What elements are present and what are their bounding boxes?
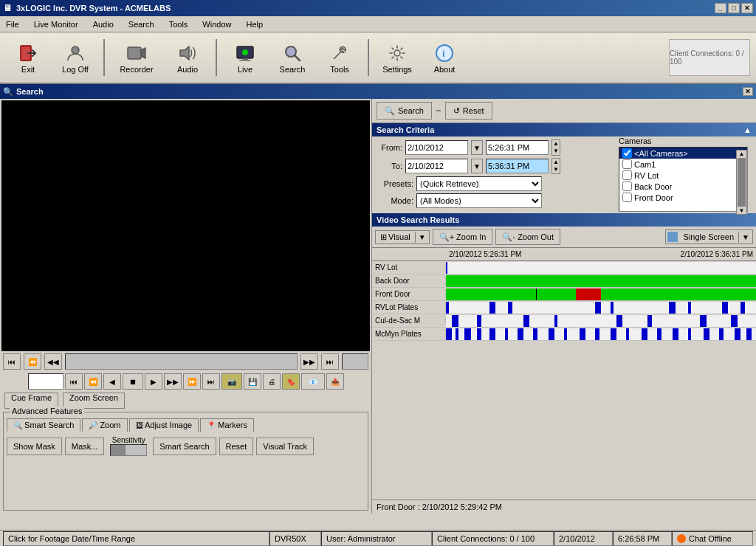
pb-email[interactable]: 📧 [301, 373, 325, 390]
row-track-frontdoor[interactable] [446, 288, 756, 300]
tools-button[interactable]: Tools [317, 35, 362, 80]
live-button[interactable]: Live [223, 35, 267, 80]
pb-snapshot[interactable]: 📷 [221, 373, 242, 390]
tab-adjust-image[interactable]: 🖼 Adjust Image [129, 418, 199, 432]
reset-search-button[interactable]: ↺ Reset [445, 102, 492, 120]
to-time-input[interactable] [486, 159, 549, 173]
row-track-backdoor[interactable] [446, 275, 756, 287]
presets-select[interactable]: (Quick Retrieve) [416, 176, 542, 191]
skip-end-button[interactable]: ⏭ [321, 353, 339, 370]
show-mask-button[interactable]: Show Mask [7, 438, 62, 455]
pb-export[interactable]: 📤 [326, 373, 344, 390]
pb-bookmark[interactable]: 🔖 [282, 373, 300, 390]
mask-button[interactable]: Mask... [65, 438, 104, 455]
pb-rewind-fast[interactable]: ⏪ [84, 373, 102, 390]
fast-forward-button[interactable]: ▶▶ [300, 353, 318, 370]
zoom-out-button[interactable]: 🔍- Zoom Out [495, 229, 560, 245]
footage-panel[interactable]: Click for Footage Date/Time Range [3, 531, 269, 546]
row-track-rvlot[interactable] [446, 262, 756, 274]
camera-checkbox-rvlot[interactable] [622, 170, 632, 180]
smart-search-button[interactable]: Smart Search [153, 438, 216, 455]
camera-item-rvlot[interactable]: RV Lot [619, 170, 747, 181]
timeline-row-rvlot[interactable]: RV Lot [372, 261, 756, 274]
camera-item-frontdoor[interactable]: Front Door [619, 192, 747, 203]
pb-print[interactable]: 🖨 [263, 373, 281, 390]
mode-select[interactable]: (All Modes) [416, 193, 542, 208]
camera-checkbox-cam1[interactable] [622, 159, 632, 169]
logoff-button[interactable]: Log Off [53, 35, 97, 80]
pb-skip-start[interactable]: ⏮ [65, 373, 83, 390]
pb-save[interactable]: 💾 [244, 373, 261, 390]
view-dropdown[interactable]: ▼ [415, 232, 429, 243]
about-button[interactable]: i About [422, 35, 467, 80]
playback-slider-right[interactable] [342, 353, 368, 370]
row-track-mcmyn[interactable] [446, 328, 756, 340]
pb-ff-fast[interactable]: ⏩ [183, 373, 201, 390]
playback-slider-left[interactable] [65, 353, 298, 370]
to-date-input[interactable] [405, 159, 468, 173]
pb-rewind[interactable]: ◀ [103, 373, 121, 390]
skip-start-button[interactable]: ⏮ [3, 353, 21, 370]
camera-scrollbar[interactable]: ▲ ▼ [736, 150, 747, 215]
scrollbar-down[interactable]: ▼ [739, 207, 745, 214]
screen-dropdown[interactable]: ▼ [738, 232, 752, 243]
pb-play[interactable]: ▶ [145, 373, 162, 390]
menu-live-monitor[interactable]: Live Monitor [31, 18, 81, 30]
tab-markers[interactable]: 📍 Markers [200, 418, 254, 432]
timeline-row-backdoor[interactable]: Back Door [372, 274, 756, 288]
row-track-rvlot-plates[interactable] [446, 302, 756, 314]
from-date-dropdown[interactable]: ▼ [471, 140, 483, 155]
menu-help[interactable]: Help [243, 18, 266, 30]
visual-track-button[interactable]: Visual Track [256, 438, 314, 455]
pb-skip-end[interactable]: ⏭ [202, 373, 220, 390]
criteria-collapse-icon[interactable]: ▲ [743, 125, 752, 134]
search-window-close[interactable]: ✕ [743, 87, 753, 96]
search-toolbar-button[interactable]: Search [270, 35, 315, 80]
audio-button[interactable]: Audio [165, 35, 210, 80]
timeline-row-frontdoor[interactable]: Front Door [372, 288, 756, 301]
minimize-button[interactable]: _ [715, 3, 726, 13]
rewind-button[interactable]: ◀◀ [44, 353, 62, 370]
settings-button[interactable]: Settings [375, 35, 419, 80]
from-time-spin[interactable]: ▲▼ [551, 139, 560, 156]
maximize-button[interactable]: □ [728, 3, 740, 13]
timeline-row-cul-de-sac[interactable]: Cul-de-Sac M [372, 314, 756, 328]
menu-window[interactable]: Window [199, 18, 234, 30]
camera-checkbox-frontdoor[interactable] [622, 193, 632, 202]
tab-smart-search[interactable]: 🔍 Smart Search [7, 418, 80, 432]
camera-checkbox-backdoor[interactable] [622, 182, 632, 191]
rewind-fast-button[interactable]: ⏪ [24, 353, 41, 370]
to-date-dropdown[interactable]: ▼ [471, 159, 483, 173]
reset-button[interactable]: Reset [219, 438, 254, 455]
view-visual[interactable]: ⊞ Visual [376, 231, 415, 243]
exit-button[interactable]: Exit [6, 35, 50, 80]
tab-zoom[interactable]: 🔎 Zoom [82, 418, 127, 432]
menu-file[interactable]: File [3, 18, 22, 30]
search-execute-button[interactable]: 🔍 Search [377, 102, 432, 120]
pb-ff[interactable]: ▶▶ [164, 373, 182, 390]
camera-checkbox-all[interactable] [622, 148, 632, 158]
from-date-input[interactable] [405, 140, 468, 155]
recorder-button[interactable]: Recorder [111, 35, 162, 80]
camera-list[interactable]: <All Cameras> Cam1 RV Lot [619, 147, 748, 212]
camera-item-all[interactable]: <All Cameras> [619, 148, 747, 159]
menu-tools[interactable]: Tools [166, 18, 191, 30]
camera-item-backdoor[interactable]: Back Door [619, 181, 747, 192]
to-time-spin[interactable]: ▲▼ [551, 158, 560, 174]
scrollbar-up[interactable]: ▲ [739, 151, 745, 157]
close-button[interactable]: ✕ [741, 3, 753, 13]
pb-stop[interactable]: ⏹ [123, 373, 143, 390]
timeline-rows[interactable]: RV Lot Back Door [372, 261, 756, 500]
menu-audio[interactable]: Audio [90, 18, 117, 30]
view-selector[interactable]: ⊞ Visual ▼ [375, 230, 430, 244]
menu-search[interactable]: Search [126, 18, 157, 30]
frame-input[interactable] [28, 373, 63, 390]
camera-item-cam1[interactable]: Cam1 [619, 159, 747, 170]
timeline-row-rvlot-plates[interactable]: RVLot Plates [372, 301, 756, 314]
screen-selector[interactable]: Single Screen ▼ [665, 229, 753, 244]
row-track-cul-de-sac[interactable] [446, 315, 756, 327]
from-time-input[interactable] [486, 140, 549, 155]
timeline-row-mcmyn[interactable]: McMyn Plates [372, 328, 756, 341]
sensitivity-slider[interactable] [110, 444, 147, 456]
scrollbar-thumb[interactable] [738, 158, 746, 207]
